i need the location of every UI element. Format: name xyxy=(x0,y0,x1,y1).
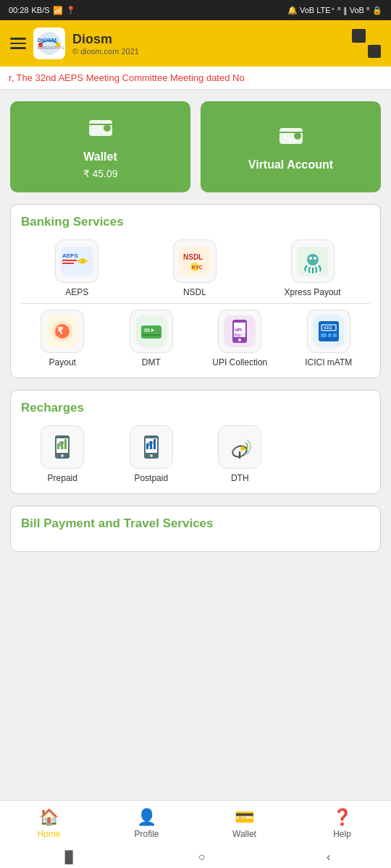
brand-name: Diosm xyxy=(72,32,139,47)
service-postpaid[interactable]: ₹ Postpaid xyxy=(110,425,193,483)
svg-rect-41 xyxy=(321,333,327,337)
svg-point-50 xyxy=(61,454,64,457)
service-upi-collection[interactable]: UPI Pay UPI Collection xyxy=(198,310,282,367)
nav-profile-label: Profile xyxy=(134,829,159,839)
signal-icons: 🔔 VoB LTE⁺ ᴿ ‖ VoB ᴿ 🔒 xyxy=(287,6,382,15)
svg-point-4 xyxy=(38,43,43,47)
svg-rect-61 xyxy=(154,439,156,449)
wallet-icon xyxy=(88,114,114,146)
logo-image: DiOSM FINTECH PVT LTD xyxy=(33,27,65,59)
app-logo: DiOSM FINTECH PVT LTD xyxy=(33,27,65,59)
upi-icon-wrap: UPI Pay xyxy=(218,310,261,353)
svg-text:₹: ₹ xyxy=(57,326,64,336)
svg-rect-53 xyxy=(64,439,67,449)
service-prepaid[interactable]: ₹ Prepaid xyxy=(21,425,104,483)
home-icon: 🏠 xyxy=(39,808,59,827)
svg-text:AEPS: AEPS xyxy=(62,252,78,259)
service-icici-matm[interactable]: ICICI ICICI mATM xyxy=(287,310,371,367)
service-payout[interactable]: ₹ Payout xyxy=(21,310,104,367)
svg-rect-13 xyxy=(62,263,74,264)
back-gesture[interactable]: ‹ xyxy=(327,851,330,864)
wifi-icon: 📶 xyxy=(53,6,63,15)
svg-point-20 xyxy=(307,254,319,265)
banking-services-section: Banking Services AEPS AEPS xyxy=(10,204,381,378)
svg-rect-60 xyxy=(150,441,152,449)
services-divider xyxy=(21,303,370,304)
qr-button[interactable] xyxy=(352,29,381,58)
svg-text:ICICI: ICICI xyxy=(324,326,332,330)
recharges-title: Recharges xyxy=(21,401,370,415)
nav-wallet-label: Wallet xyxy=(232,829,256,839)
xpress-label: Xpress Payout xyxy=(285,287,341,297)
svg-point-14 xyxy=(80,259,85,263)
svg-rect-52 xyxy=(61,441,63,449)
gesture-bar: ▐▌ ○ ‹ xyxy=(0,846,391,868)
virtual-account-icon xyxy=(278,122,304,154)
nav-help-label: Help xyxy=(333,829,351,839)
wallet-label: Wallet xyxy=(83,150,117,163)
bill-payment-title: Bill Payment and Travel Services xyxy=(21,516,370,531)
svg-point-35 xyxy=(238,339,241,341)
svg-point-22 xyxy=(314,257,316,260)
help-icon: ❓ xyxy=(332,808,352,827)
header-title: Diosm © diosm.com 2021 xyxy=(72,32,139,56)
matm-icon-wrap: ICICI xyxy=(307,310,350,353)
svg-point-21 xyxy=(309,257,312,260)
time-display: 00:28 xyxy=(9,6,29,14)
wallet-section: Wallet ₹ 45.09 Virtual Account xyxy=(0,90,391,204)
service-aeps[interactable]: AEPS AEPS xyxy=(21,239,133,297)
recents-gesture[interactable]: ▐▌ xyxy=(61,851,77,864)
status-bar: 00:28 KB/S 📶 📍 🔔 VoB LTE⁺ ᴿ ‖ VoB ᴿ 🔒 xyxy=(0,0,391,20)
wallet-card[interactable]: Wallet ₹ 45.09 xyxy=(10,101,190,192)
svg-point-5 xyxy=(56,43,60,47)
nav-home[interactable]: 🏠 Home xyxy=(0,801,98,846)
location-icon: 📍 xyxy=(66,6,76,15)
svg-rect-9 xyxy=(294,132,301,140)
xpress-icon-wrap xyxy=(291,239,335,283)
dth-label: DTH xyxy=(231,473,249,483)
svg-text:UPI: UPI xyxy=(235,328,242,332)
recharges-section: Recharges ₹ xyxy=(10,390,381,494)
news-ticker: r, The 32nd AEPS Meeting Committee Meeti… xyxy=(0,67,391,90)
svg-rect-42 xyxy=(328,333,332,337)
bill-payment-section: Bill Payment and Travel Services xyxy=(10,506,381,552)
recharges-grid: ₹ Prepaid ₹ xyxy=(21,425,370,483)
svg-text:NSDL: NSDL xyxy=(183,253,203,261)
service-dmt[interactable]: DMT xyxy=(110,310,193,367)
svg-rect-7 xyxy=(104,124,111,132)
home-gesture[interactable]: ○ xyxy=(198,851,206,864)
ticker-text: r, The 32nd AEPS Meeting Committee Meeti… xyxy=(9,72,245,83)
upi-label: UPI Collection xyxy=(212,357,267,367)
postpaid-label: Postpaid xyxy=(134,473,168,483)
banking-services-title: Banking Services xyxy=(21,215,370,229)
svg-rect-43 xyxy=(333,333,337,337)
nsdl-label: NSDL xyxy=(183,287,206,297)
service-xpress-payout[interactable]: Xpress Payout xyxy=(256,239,369,297)
virtual-account-card[interactable]: Virtual Account xyxy=(201,101,381,192)
dmt-icon-wrap xyxy=(130,310,173,353)
svg-rect-30 xyxy=(143,334,160,336)
main-content: Wallet ₹ 45.09 Virtual Account Banking S… xyxy=(0,90,391,636)
service-nsdl[interactable]: NSDL KYC NSDL xyxy=(139,239,251,297)
menu-button[interactable] xyxy=(10,38,26,49)
banking-bottom-row: ₹ Payout DMT xyxy=(21,310,370,367)
dth-icon-wrap xyxy=(218,425,261,469)
svg-rect-59 xyxy=(146,443,148,449)
service-dth[interactable]: DTH xyxy=(198,425,282,483)
dmt-label: DMT xyxy=(142,357,161,367)
virtual-account-label: Virtual Account xyxy=(248,158,333,171)
svg-rect-12 xyxy=(62,260,77,261)
nav-help[interactable]: ❓ Help xyxy=(293,801,391,846)
prepaid-icon-wrap: ₹ xyxy=(41,425,84,469)
nav-profile[interactable]: 👤 Profile xyxy=(98,801,196,846)
svg-point-64 xyxy=(240,446,245,451)
nav-home-label: Home xyxy=(37,829,60,839)
payout-label: Payout xyxy=(49,357,76,367)
nav-wallet[interactable]: 💳 Wallet xyxy=(196,801,293,846)
app-header: DiOSM FINTECH PVT LTD Diosm © diosm.com … xyxy=(0,20,391,67)
aeps-icon-wrap: AEPS xyxy=(55,239,98,283)
svg-rect-51 xyxy=(57,443,59,449)
bottom-nav: 🏠 Home 👤 Profile 💳 Wallet ❓ Help xyxy=(0,800,391,846)
network-kb: KB/S xyxy=(32,6,50,14)
aeps-label: AEPS xyxy=(65,287,88,297)
